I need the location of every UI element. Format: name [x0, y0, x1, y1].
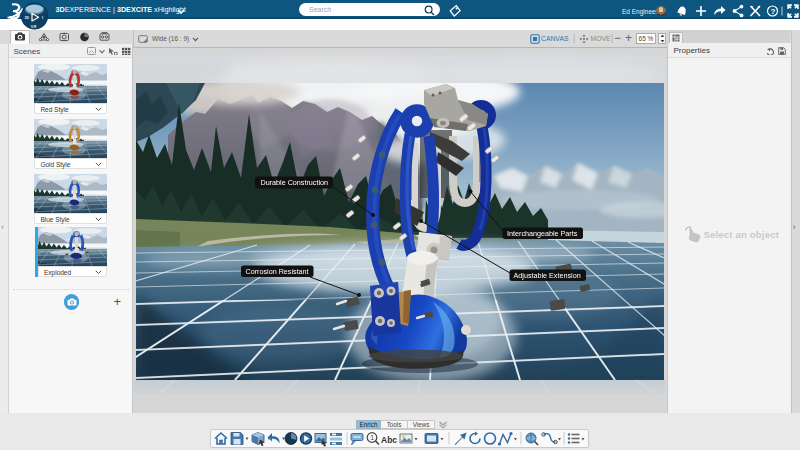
svg-text:Interchangeable Parts: Interchangeable Parts [507, 229, 578, 238]
svg-text:3D: 3D [25, 16, 30, 20]
svg-text:Abc: Abc [381, 435, 397, 445]
svg-text:V.R: V.R [31, 25, 37, 29]
svg-text:?: ? [770, 7, 775, 16]
svg-text:1: 1 [370, 434, 374, 441]
svg-text:Adjustable Extension: Adjustable Extension [514, 271, 581, 280]
svg-text:Corrosion Resistant: Corrosion Resistant [246, 267, 309, 276]
svg-text:I: I [42, 16, 43, 20]
svg-text:Durable Construction: Durable Construction [261, 178, 329, 187]
